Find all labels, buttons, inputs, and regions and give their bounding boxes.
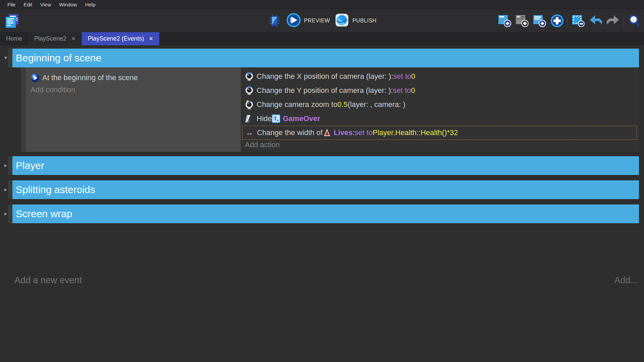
group-title: Screen wrap (16, 208, 72, 220)
hide-icon (244, 114, 254, 123)
action-value: Player.Health::Health()*32 (373, 128, 458, 137)
add-more-icon[interactable] (550, 14, 564, 27)
menu-view[interactable]: View (36, 0, 55, 9)
conditions-panel: At the beginning of the scene Add condit… (26, 67, 241, 152)
publish-label: PUBLISH (353, 18, 377, 24)
tab-playscene2-events[interactable]: PlayScene2 (Events) ✕ (82, 32, 160, 45)
action-row[interactable]: Change camera zoom to 0.5 (layer: , came… (242, 98, 639, 112)
condition-text: At the beginning of the scene (42, 73, 138, 82)
preview-play-icon (286, 13, 301, 29)
group-title: Beginning of scene (16, 52, 101, 64)
event-group-header[interactable]: Splitting asteroids (12, 180, 639, 199)
action-text: Change the width of (257, 128, 323, 137)
event-notch (8, 204, 12, 223)
action-value: 0 (411, 86, 415, 95)
add-more-button[interactable]: Add... (614, 275, 638, 286)
gdevelop-window: File Edit View Window Help (0, 0, 644, 362)
actions-panel: Change the X position of camera (layer: … (241, 67, 639, 152)
tab-label: Home (6, 35, 22, 42)
action-object: GameOver (283, 114, 320, 123)
event-notch (8, 180, 12, 199)
publish-globe-icon (335, 13, 350, 28)
menu-bar: File Edit View Window Help (0, 0, 644, 9)
action-keyword: set to (393, 86, 411, 95)
toolbar-separator (624, 14, 624, 27)
event-group-header[interactable]: Beginning of scene (12, 49, 639, 67)
action-object: Lives (334, 128, 353, 137)
group-title: Splitting asteroids (16, 184, 95, 195)
add-event-icon[interactable] (498, 14, 512, 27)
event-group-header[interactable]: Player (12, 156, 639, 175)
event-notch (8, 156, 12, 175)
close-icon[interactable]: ✕ (149, 36, 153, 42)
editor-tabbar: Home PlayScene2 ✕ PlayScene2 (Events) ✕ (0, 32, 644, 45)
redo-icon[interactable] (606, 14, 620, 27)
preview-button[interactable]: PREVIEW (286, 13, 330, 29)
add-action-button[interactable]: Add action (242, 140, 639, 150)
action-row[interactable]: Change the Y position of camera (layer: … (242, 83, 639, 98)
menu-edit[interactable]: Edit (19, 0, 36, 9)
menu-window[interactable]: Window (55, 0, 81, 9)
camera-zoom-icon (244, 100, 254, 109)
add-new-event-button[interactable]: Add a new event (14, 275, 82, 286)
action-row[interactable]: Hide T x GameOver (242, 112, 639, 126)
action-keyword: set to (393, 72, 411, 81)
action-text: Change the X position of camera (layer: … (257, 72, 393, 81)
action-text: Change the Y position of camera (layer: … (257, 86, 393, 95)
camera-icon (244, 72, 254, 81)
scene-begin-icon (30, 73, 40, 82)
add-condition-button[interactable]: Add condition (28, 85, 239, 95)
action-text: Change camera zoom to (257, 100, 337, 109)
tab-label: PlayScene2 (Events) (88, 35, 144, 42)
group-title: Player (16, 160, 44, 171)
undo-icon[interactable] (589, 14, 603, 27)
width-icon: ↔ (245, 128, 255, 137)
condition-row[interactable]: At the beginning of the scene (28, 71, 239, 85)
camera-icon (244, 86, 254, 95)
add-comment-icon[interactable] (533, 14, 547, 27)
tab-playscene2[interactable]: PlayScene2 ✕ (28, 32, 82, 45)
menu-help[interactable]: Help (81, 0, 100, 9)
menu-file[interactable]: File (3, 0, 19, 9)
gdevelop-logo-icon (4, 13, 20, 29)
tab-label: PlayScene2 (34, 35, 66, 42)
publish-button[interactable]: PUBLISH (335, 13, 377, 28)
toolbar-separator (568, 14, 568, 27)
search-icon[interactable] (627, 14, 641, 27)
add-subevent-icon[interactable] (515, 14, 529, 27)
event-drag-margin[interactable] (21, 67, 26, 152)
ship-object-icon (323, 128, 331, 137)
events-sheet: ▾ Beginning of scene (0, 45, 644, 362)
close-icon[interactable]: ✕ (71, 36, 75, 42)
action-text: (layer: , camera: ) (348, 100, 406, 109)
event-group-header[interactable]: Screen wrap (12, 204, 639, 223)
action-text: Hide (257, 114, 272, 123)
action-row[interactable]: Change the X position of camera (layer: … (242, 69, 639, 83)
tab-home[interactable]: Home (0, 32, 28, 45)
action-keyword: set to (355, 128, 373, 137)
action-value: 0 (411, 72, 415, 81)
action-row-selected[interactable]: ↔ Change the width of Lives: set to Play… (242, 126, 637, 140)
action-value: 0.5 (337, 100, 348, 109)
svg-text:x: x (277, 118, 279, 122)
main-toolbar: PREVIEW PUBLISH (0, 9, 644, 32)
event-notch (8, 49, 12, 67)
text-object-icon: T x (272, 114, 280, 123)
remove-selection-icon[interactable] (571, 14, 585, 27)
debug-icon[interactable] (267, 14, 281, 27)
preview-label: PREVIEW (304, 18, 330, 24)
